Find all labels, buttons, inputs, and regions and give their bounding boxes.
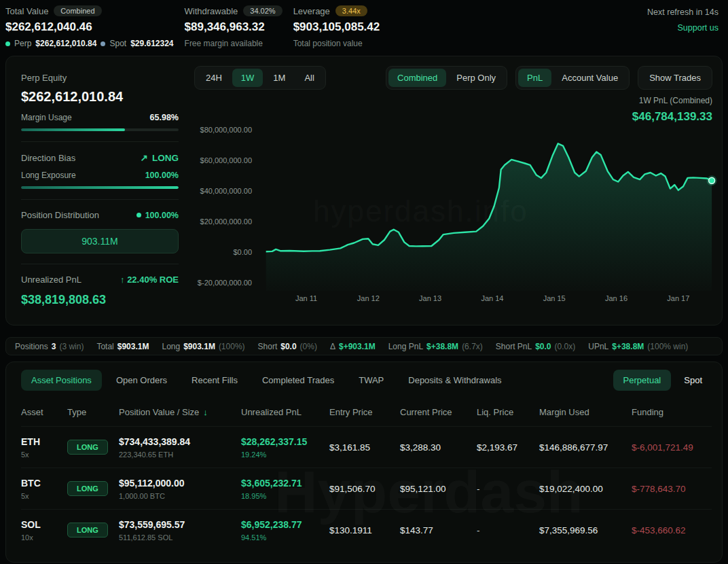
summary-value: $+903.1M	[339, 342, 376, 351]
range-tab-1w[interactable]: 1W	[232, 69, 263, 87]
stat-label: Leverage	[293, 6, 330, 16]
tab-twap[interactable]: TWAP	[348, 370, 394, 391]
position-value: $734,433,389.84	[119, 436, 241, 447]
positions-card: Asset PositionsOpen OrdersRecent FillsCo…	[5, 362, 723, 563]
stat-label: Withdrawable	[185, 6, 238, 16]
chart-end-dot	[709, 177, 715, 183]
position-value-cell: $95,112,000.001,000.00 BTC	[119, 478, 241, 500]
topbar-stats: Total ValueCombined$262,612,040.46Perp$2…	[5, 5, 390, 56]
y-axis-label: $80,000,000.00	[194, 126, 252, 134]
column-header-entry-price[interactable]: Entry Price	[329, 407, 400, 417]
long-badge: LONG	[67, 440, 108, 455]
column-header-margin-used[interactable]: Margin Used	[539, 407, 632, 417]
table-row-eth[interactable]: ETH5xLONG$734,433,389.84223,340.65 ETH$2…	[21, 426, 712, 468]
mode-button-perp-only[interactable]: Perp Only	[448, 69, 505, 87]
column-header-asset[interactable]: Asset	[21, 407, 67, 417]
current-price-cell: $95,121.00	[400, 484, 477, 494]
column-header-current-price[interactable]: Current Price	[400, 407, 477, 417]
direction-bias-label: Direction Bias	[21, 153, 75, 163]
summary-extra: (3 win)	[59, 342, 84, 351]
current-price-cell: $3,288.30	[400, 442, 477, 453]
table-row-btc[interactable]: BTC5xLONG$95,112,000.001,000.00 BTC$3,60…	[21, 468, 712, 509]
funding-cell: $-6,001,721.49	[632, 442, 712, 453]
long-exposure-value: 100.00%	[145, 171, 179, 180]
summary-value: $903.1M	[183, 342, 215, 351]
long-badge: LONG	[67, 481, 108, 496]
range-tab-all[interactable]: All	[295, 69, 323, 87]
column-header-liq-price[interactable]: Liq. Price	[477, 407, 539, 417]
summary-item-total: Total$903.1M	[96, 342, 149, 351]
tab-completed-trades[interactable]: Completed Trades	[252, 370, 344, 391]
mode-button-combined[interactable]: Combined	[388, 69, 446, 87]
chart-right-controls: CombinedPerp Only PnLAccount Value Show …	[386, 66, 712, 90]
summary-value: $0.0	[280, 342, 296, 351]
column-header-type[interactable]: Type	[67, 407, 119, 417]
summary-label: Δ	[330, 342, 335, 351]
refresh-countdown: Next refresh in 14s	[647, 7, 718, 17]
stat-breakdown: Perp$262,612,010.84Spot$29.612324	[5, 39, 174, 48]
range-tab-24h[interactable]: 24H	[197, 69, 231, 87]
asset-leverage: 5x	[21, 451, 67, 459]
tab-open-orders[interactable]: Open Orders	[106, 370, 177, 391]
tab-asset-positions[interactable]: Asset Positions	[21, 370, 102, 391]
view-toggle-group: PnLAccount Value	[515, 66, 630, 90]
asset-cell: SOL10x	[21, 519, 67, 542]
divider	[21, 264, 179, 264]
equity-sidebar: Perp Equity $262,612,010.84 Margin Usage…	[21, 73, 179, 307]
support-us-link[interactable]: Support us	[647, 23, 718, 33]
position-value-cell: $734,433,389.84223,340.65 ETH	[119, 436, 241, 459]
margin-usage-value: 65.98%	[150, 113, 179, 122]
market-tab-spot[interactable]: Spot	[674, 370, 712, 391]
summary-item-: Δ$+903.1M	[330, 342, 376, 351]
arrow-up-icon: ↑	[120, 275, 125, 285]
stat-value: $903,105,085.42	[293, 20, 380, 34]
position-distribution-box: 903.11M	[21, 229, 179, 253]
column-label: Funding	[632, 407, 663, 417]
roe-value: ↑ 22.40% ROE	[120, 275, 179, 285]
sort-desc-icon: ↓	[203, 407, 208, 417]
green-dot-icon	[5, 41, 10, 46]
perp-equity-value: $262,612,010.84	[21, 89, 179, 105]
pnl-chart[interactable]: hyperdash.info $80,000,000.00$60,000,000…	[194, 121, 723, 315]
unrealized-pnl-value: $3,605,232.71	[241, 478, 329, 489]
margin-used-cell: $7,355,969.56	[539, 525, 632, 535]
column-label: Type	[67, 407, 86, 417]
table-row-sol[interactable]: SOL10xLONG$73,559,695.57511,612.85 SOL$6…	[21, 509, 712, 550]
entry-price-cell: $91,506.70	[329, 484, 400, 494]
summary-value: $+38.8M	[426, 342, 458, 351]
breakdown-value: $262,612,010.84	[35, 39, 96, 48]
summary-extra: (0.0x)	[555, 342, 576, 351]
pnl-readout-label: 1W PnL (Combined)	[632, 96, 712, 105]
funding-cell: $-778,643.70	[632, 484, 712, 494]
stat-subtext: Total position value	[293, 39, 380, 48]
tab-deposits-withdrawals[interactable]: Deposits & Withdrawals	[398, 370, 511, 391]
unrealized-pnl-percent: 94.51%	[241, 533, 329, 542]
column-header-position-value-size[interactable]: Position Value / Size↓	[119, 407, 241, 417]
y-axis-label: $0.00	[194, 248, 252, 256]
market-tab-perpetual[interactable]: Perpetual	[613, 370, 672, 391]
summary-label: Positions	[15, 342, 48, 351]
time-range-tabs: 24H1W1MAll	[194, 66, 326, 90]
range-tab-1m[interactable]: 1M	[264, 69, 294, 87]
x-axis-label: Jan 12	[357, 294, 380, 302]
column-label: Asset	[21, 407, 43, 417]
view-button-account-value[interactable]: Account Value	[553, 69, 627, 87]
margin-used-cell: $19,022,400.00	[539, 484, 632, 494]
show-trades-button[interactable]: Show Trades	[640, 69, 710, 87]
summary-label: Total	[96, 342, 113, 351]
topbar: Total ValueCombined$262,612,040.46Perp$2…	[0, 0, 728, 56]
stat-badge: 3.44x	[335, 5, 367, 16]
tab-recent-fills[interactable]: Recent Fills	[181, 370, 248, 391]
positions-summary-strip: Positions3(3 win)Total$903.1MLong$903.1M…	[5, 337, 723, 355]
table-body: ETH5xLONG$734,433,389.84223,340.65 ETH$2…	[21, 426, 712, 550]
column-header-unrealized-pnl[interactable]: Unrealized PnL	[241, 407, 329, 417]
pnl-chart-svg	[262, 121, 714, 291]
view-button-pnl[interactable]: PnL	[518, 69, 551, 87]
current-price-cell: $143.77	[400, 525, 477, 535]
summary-value: $903.1M	[117, 342, 149, 351]
green-dot-icon	[136, 213, 141, 217]
blue-dot-icon	[101, 41, 105, 46]
stat-subtext: Free margin available	[185, 39, 283, 48]
column-header-funding[interactable]: Funding	[632, 407, 712, 417]
topbar-stat-leverage: Leverage3.44x$903,105,085.42Total positi…	[293, 5, 380, 56]
